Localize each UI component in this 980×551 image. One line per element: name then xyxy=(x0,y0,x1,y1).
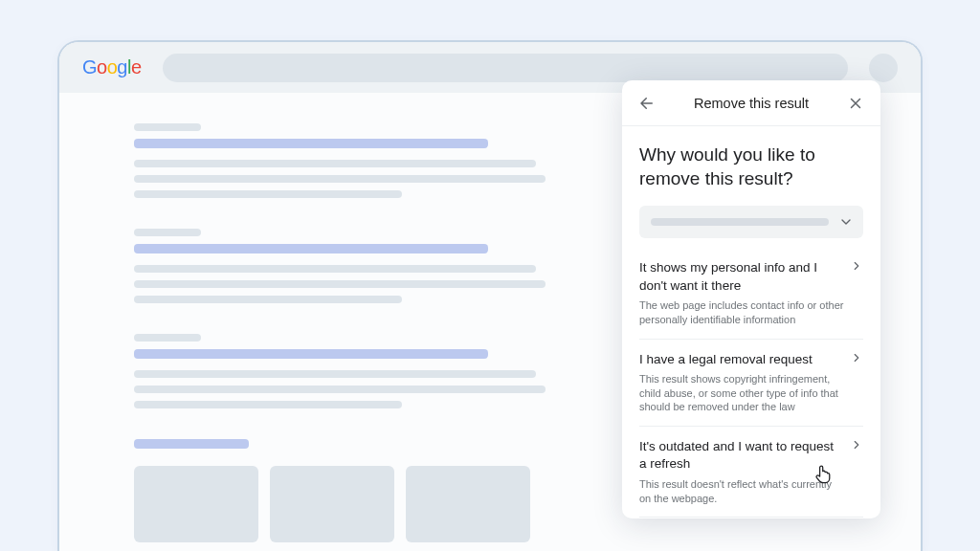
avatar[interactable] xyxy=(869,54,898,82)
panel-footer: Don't see what you need? Learn about oth… xyxy=(639,518,863,518)
close-icon xyxy=(847,95,864,112)
option-personal-info[interactable]: It shows my personal info and I don't wa… xyxy=(639,248,863,339)
chevron-down-icon xyxy=(838,214,854,230)
chevron-right-icon xyxy=(850,259,863,273)
panel-header: Remove this result xyxy=(622,80,880,126)
option-desc: The web page includes contact info or ot… xyxy=(639,298,863,327)
close-button[interactable] xyxy=(844,92,867,115)
option-outdated-refresh[interactable]: It's outdated and I want to request a re… xyxy=(639,427,863,518)
arrow-left-icon xyxy=(638,95,656,112)
option-legal-request[interactable]: I have a legal removal request This resu… xyxy=(639,340,863,428)
panel-body: Why would you like to remove this result… xyxy=(622,126,880,518)
select-placeholder xyxy=(651,218,829,226)
back-button[interactable] xyxy=(635,92,658,115)
option-title: I have a legal removal request xyxy=(639,351,863,368)
google-logo: Google xyxy=(82,56,142,78)
option-desc: This result doesn't reflect what's curre… xyxy=(639,477,863,506)
option-title: It's outdated and I want to request a re… xyxy=(639,438,863,473)
reason-select[interactable] xyxy=(639,206,863,238)
remove-result-panel: Remove this result Why would you like to… xyxy=(622,80,880,518)
chevron-right-icon xyxy=(850,438,863,452)
chevron-right-icon xyxy=(850,351,863,364)
option-title: It shows my personal info and I don't wa… xyxy=(639,259,863,294)
panel-title: Remove this result xyxy=(694,96,809,111)
search-input[interactable] xyxy=(163,54,848,82)
option-desc: This result shows copyright infringement… xyxy=(639,372,863,415)
panel-question: Why would you like to remove this result… xyxy=(639,143,863,190)
